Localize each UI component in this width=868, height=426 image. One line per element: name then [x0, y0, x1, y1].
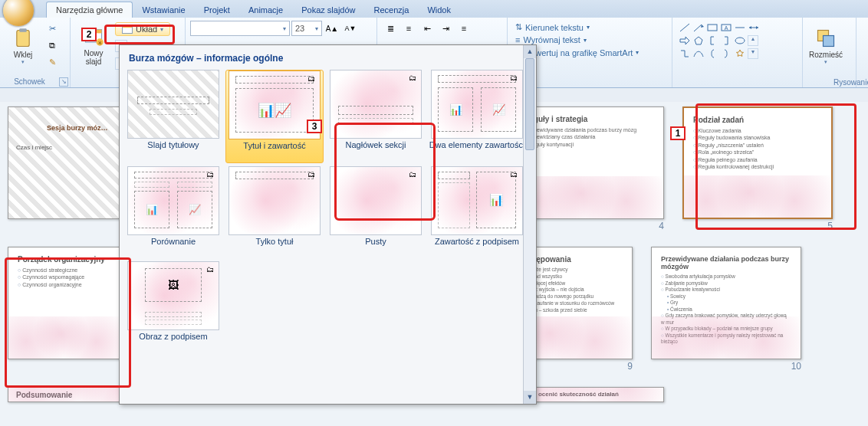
slide-title: Porządek organizacyjny: [18, 255, 117, 264]
indent-inc-button[interactable]: ⇥: [437, 21, 454, 36]
paste-button[interactable]: Wklej ▾: [5, 21, 41, 71]
textbox-shape-icon[interactable]: A: [720, 22, 732, 33]
shapes-scroll[interactable]: ▲: [748, 35, 758, 46]
double-arrow-icon[interactable]: [748, 22, 760, 33]
svg-point-13: [735, 38, 745, 44]
grow-font-button[interactable]: A▲: [324, 21, 340, 36]
rect-shape-icon[interactable]: [706, 22, 718, 33]
font-family-select[interactable]: ▾: [190, 21, 290, 36]
slide-title: Przewidywane działania podczas burzy móz…: [661, 255, 791, 270]
gallery-title: Burza mózgów – informacje ogólne: [120, 45, 536, 68]
font-size-select[interactable]: 23▾: [291, 21, 322, 36]
layout-caption: Slajd tytułowy: [124, 140, 222, 162]
slide-thumbnail[interactable]: Podział zadań Kluczowe zadania Reguły bu…: [682, 106, 833, 231]
line-spacing-button[interactable]: ≡: [455, 21, 472, 36]
annotation-label-2: 2: [81, 28, 97, 41]
scroll-up-icon[interactable]: ▲: [524, 45, 536, 58]
rbracket-icon[interactable]: [720, 35, 732, 46]
tab-animations[interactable]: Animacje: [239, 2, 292, 18]
numbering-button[interactable]: ≡: [400, 21, 417, 36]
slide-bullets: Kluczowe zadania Reguły budowania stanow…: [693, 127, 822, 171]
scroll-down-icon[interactable]: ▼: [524, 391, 536, 404]
ellipse-icon[interactable]: [734, 35, 746, 46]
elbow-icon[interactable]: [679, 48, 691, 59]
layout-option-picture-caption[interactable]: 🖼🗂 Obraz z podpisem: [124, 261, 222, 353]
layout-option-title-content[interactable]: 📊📈🗂 Tytuł i zawartość: [225, 70, 324, 163]
text-direction-label: Kierunek tekstu: [525, 23, 584, 32]
cut-button[interactable]: ✂: [44, 21, 61, 36]
star-icon[interactable]: [734, 48, 746, 59]
svg-rect-8: [708, 25, 717, 31]
group-shapes: A ▲ ▼: [672, 18, 803, 87]
layout-option-content-caption[interactable]: 📊🗂 Zawartość z podpisem: [428, 166, 526, 258]
lbrace-icon[interactable]: [706, 48, 718, 59]
copy-icon: ⧉: [49, 41, 55, 51]
slide-title: Reguły i strategia: [524, 115, 654, 123]
layout-caption: Tylko tytuł: [225, 237, 324, 258]
slide-subtitle: Czas i miejsc: [16, 144, 52, 151]
slide-thumbnail[interactable]: Przewidywane działania podczas burzy móz…: [651, 247, 801, 372]
svg-text:✳: ✳: [97, 40, 103, 47]
clipboard-launcher[interactable]: ↘: [59, 77, 68, 87]
shrink-font-button[interactable]: A▼: [342, 21, 359, 36]
slide-title: Sesja burzy móz…: [47, 124, 108, 132]
arrange-button[interactable]: Rozmieść ▾: [807, 21, 844, 71]
annotation-label-3: 3: [307, 120, 322, 133]
text-direction-button[interactable]: ⇅Kierunek tekstu▾: [512, 21, 667, 34]
align-text-label: Wyrównaj tekst: [523, 35, 580, 44]
smartart-label: onwertuj na grafikę SmartArt: [526, 48, 633, 57]
svg-rect-1: [19, 28, 26, 32]
group-arrange: Rozmieść ▾ Rysowanie: [803, 18, 856, 87]
paste-label: Wklej: [14, 51, 32, 59]
tab-slideshow[interactable]: Pokaz slajdów: [292, 2, 364, 18]
brush-icon: ✎: [49, 57, 56, 67]
shapes-more[interactable]: ▼: [748, 48, 758, 59]
layout-icon: [122, 25, 133, 34]
lbracket-icon[interactable]: [706, 35, 718, 46]
curve-icon[interactable]: [692, 48, 705, 59]
group-clipboard: Wklej ▾ ✂ ⧉ ✎ Schowek↘: [0, 18, 71, 87]
chevron-down-icon: ▾: [160, 26, 163, 33]
tab-view[interactable]: Widok: [418, 2, 460, 18]
grow-font-icon: A▲: [326, 25, 339, 33]
layout-caption: Dwa elementy zawartości: [428, 140, 526, 162]
drawing-group-label: Rysowanie: [833, 78, 868, 87]
layout-option-title-only[interactable]: 🗂 Tylko tytuł: [225, 166, 324, 258]
svg-line-7: [694, 25, 702, 31]
slide-number: 5: [682, 221, 833, 231]
tab-home[interactable]: Narzędzia główne: [46, 2, 133, 18]
layout-option-title-slide[interactable]: Slajd tytułowy: [124, 70, 222, 163]
slide-number: 10: [651, 361, 801, 372]
layout-label: Układ: [136, 25, 157, 34]
more-shape-icon[interactable]: [734, 22, 746, 33]
numbering-icon: ≡: [406, 24, 411, 33]
new-slide-label: Nowy slajd: [84, 49, 103, 66]
layout-caption: Porównanie: [124, 237, 222, 258]
indent-icon: ⇥: [442, 24, 449, 34]
layout-option-comparison[interactable]: 📊📈🗂 Porównanie: [124, 166, 222, 258]
gallery-grid: Slajd tytułowy 📊📈🗂 Tytuł i zawartość 🗂 N…: [120, 68, 536, 355]
bullets-button[interactable]: ≣: [382, 21, 399, 36]
indent-dec-button[interactable]: ⇤: [419, 21, 436, 36]
scroll-thumb[interactable]: [525, 58, 534, 150]
line-spacing-icon: ≡: [462, 24, 466, 33]
layout-button[interactable]: Układ ▾: [115, 22, 170, 36]
slide-bullets: Przewidywane działania podczas burzy móz…: [524, 126, 654, 148]
tab-design[interactable]: Projekt: [195, 2, 239, 18]
arrange-icon: [815, 28, 837, 49]
gallery-scrollbar[interactable]: ▲ ▼: [523, 45, 536, 404]
block-arrow-icon[interactable]: [679, 35, 691, 46]
polygon-icon[interactable]: [692, 35, 705, 46]
copy-button[interactable]: ⧉: [44, 38, 61, 53]
slide-thumbnail[interactable]: Porządek organizacyjny Czynności strateg…: [8, 247, 127, 372]
arrow-shape-icon[interactable]: [692, 22, 705, 33]
shrink-font-icon: A▼: [345, 25, 357, 32]
tab-insert[interactable]: Wstawianie: [133, 2, 194, 18]
rbrace-icon[interactable]: [720, 48, 732, 59]
layout-option-two-content[interactable]: 📊📈🗂 Dwa elementy zawartości: [428, 70, 526, 163]
format-painter-button[interactable]: ✎: [44, 54, 61, 70]
svg-line-6: [680, 24, 689, 31]
tab-review[interactable]: Recenzja: [365, 2, 419, 18]
bullets-icon: ≣: [387, 24, 394, 34]
line-shape-icon[interactable]: [679, 22, 691, 33]
